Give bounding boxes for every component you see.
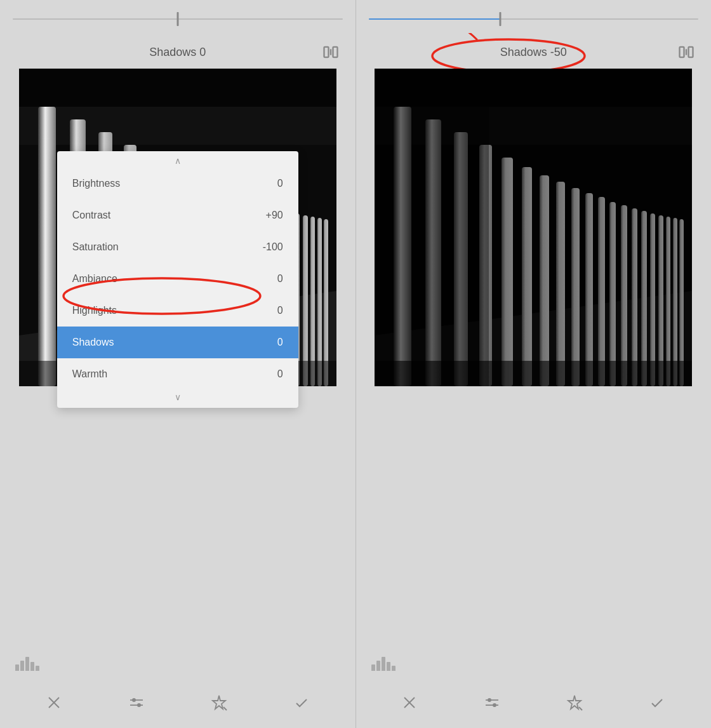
dropdown-item-shadows[interactable]: Shadows 0 [57, 327, 298, 358]
right-header: Shadows -50 [356, 38, 712, 69]
svg-marker-35 [213, 696, 225, 709]
saturation-label: Saturation [72, 241, 119, 253]
svg-point-32 [132, 698, 136, 702]
shadows-label: Shadows [72, 337, 114, 348]
shadows-value: 0 [277, 337, 283, 348]
hist-bar-4 [30, 662, 34, 671]
svg-line-36 [223, 707, 227, 710]
right-histogram-icon [371, 656, 395, 671]
left-slider-thumb[interactable] [176, 12, 178, 26]
saturation-value: -100 [263, 241, 283, 253]
svg-rect-22 [303, 215, 308, 386]
warmth-label: Warmth [72, 368, 107, 380]
svg-rect-37 [680, 47, 684, 57]
svg-point-75 [493, 703, 496, 707]
left-histogram-icon [15, 656, 39, 671]
highlights-value: 0 [277, 305, 283, 316]
auto-icon [211, 694, 227, 711]
dropdown-arrow-down: ∨ [57, 390, 298, 408]
ambiance-value: 0 [277, 273, 283, 285]
hist-bar-r4 [387, 662, 390, 671]
right-auto-button[interactable] [562, 690, 587, 715]
hist-bar-r3 [382, 657, 385, 671]
confirm-icon [294, 695, 309, 710]
dropdown-item-ambiance[interactable]: Ambiance 0 [57, 263, 298, 295]
left-toolbar [0, 677, 356, 728]
brightness-value: 0 [277, 178, 283, 189]
hist-bar-5 [36, 666, 39, 671]
dropdown-arrow-up: ∧ [57, 151, 298, 168]
dropdown-item-brightness[interactable]: Brightness 0 [57, 168, 298, 199]
ambiance-label: Ambiance [72, 273, 117, 285]
right-auto-icon [566, 694, 583, 711]
left-header-title: Shadows 0 [34, 46, 321, 59]
right-histogram [371, 656, 395, 671]
right-adjust-button[interactable] [479, 690, 505, 715]
svg-rect-26 [19, 69, 336, 107]
right-toolbar [356, 677, 712, 728]
hist-bar-r2 [376, 661, 380, 671]
adjust-icon [128, 694, 145, 711]
left-adjust-button[interactable] [124, 690, 149, 715]
left-slider-track[interactable] [13, 18, 343, 20]
right-slider-fill [369, 18, 501, 20]
right-slider-area[interactable] [356, 0, 712, 38]
left-dropdown-menu[interactable]: ∧ Brightness 0 Contrast +90 Saturation -… [57, 151, 298, 408]
dropdown-item-warmth[interactable]: Warmth 0 [57, 358, 298, 390]
highlights-label: Highlights [72, 305, 117, 316]
svg-point-34 [137, 703, 141, 707]
svg-rect-23 [310, 217, 315, 386]
left-slider-area[interactable] [0, 0, 356, 38]
contrast-label: Contrast [72, 210, 110, 221]
svg-rect-1 [333, 47, 337, 57]
svg-rect-69 [375, 69, 489, 386]
svg-rect-38 [689, 47, 693, 57]
cancel-icon [46, 695, 62, 710]
right-confirm-icon [649, 695, 665, 710]
right-photo [375, 69, 692, 386]
brightness-label: Brightness [72, 178, 121, 189]
left-histogram [15, 656, 39, 671]
hist-bar-1 [15, 664, 19, 671]
hist-bar-r1 [371, 664, 375, 671]
svg-rect-0 [324, 47, 328, 57]
warmth-value: 0 [277, 368, 283, 380]
right-confirm-button[interactable] [644, 690, 670, 715]
left-header: Shadows 0 [0, 38, 356, 69]
dropdown-item-saturation[interactable]: Saturation -100 [57, 231, 298, 263]
dropdown-item-highlights[interactable]: Highlights 0 [57, 295, 298, 327]
right-header-title: Shadows -50 [390, 46, 677, 59]
left-confirm-button[interactable] [289, 690, 314, 715]
right-adjust-icon [483, 694, 501, 711]
hist-bar-r5 [392, 666, 395, 671]
left-photo-container: ∧ Brightness 0 Contrast +90 Saturation -… [19, 69, 336, 393]
right-slider-thumb[interactable] [500, 12, 502, 26]
svg-line-77 [579, 707, 582, 710]
right-cancel-button[interactable] [397, 690, 422, 715]
right-panel: Shadows -50 [356, 0, 712, 728]
hist-bar-2 [20, 661, 24, 671]
right-compare-icon[interactable] [677, 44, 696, 60]
left-auto-button[interactable] [206, 690, 232, 715]
hist-bar-3 [25, 657, 29, 671]
dropdown-item-contrast[interactable]: Contrast +90 [57, 199, 298, 231]
svg-rect-6 [38, 107, 56, 386]
svg-marker-76 [568, 696, 581, 709]
right-cancel-icon [402, 695, 417, 710]
right-slider-track[interactable] [369, 18, 699, 20]
contrast-value: +90 [266, 210, 283, 221]
left-cancel-button[interactable] [41, 690, 67, 715]
left-panel: Shadows 0 [0, 0, 356, 728]
left-compare-icon[interactable] [321, 44, 340, 60]
svg-point-73 [488, 698, 491, 702]
